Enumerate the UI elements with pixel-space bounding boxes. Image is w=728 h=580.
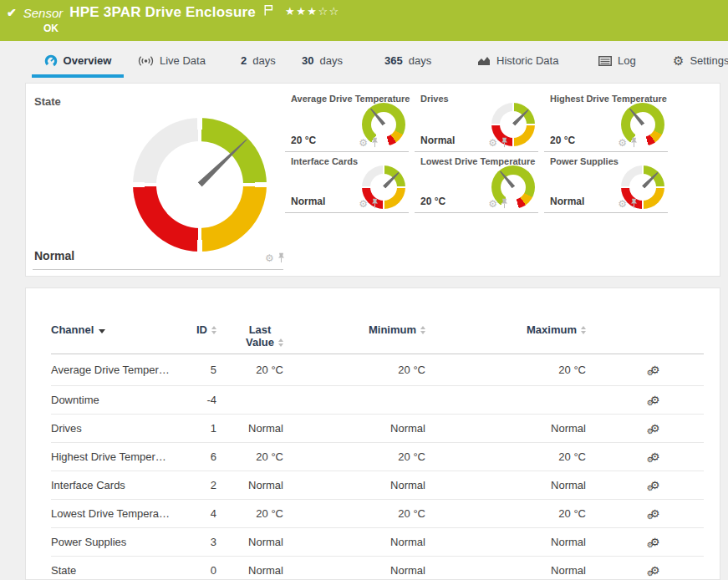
- channel-settings-icon[interactable]: ⚙⚙: [650, 480, 660, 491]
- sensor-title: HPE 3PAR Drive Enclosure: [69, 4, 256, 21]
- tab-overview[interactable]: Overview: [32, 41, 124, 80]
- channel-gauge-panel: Lowest Drive Temperature 20 °C ⚙: [415, 156, 538, 213]
- sensor-type-label: Sensor: [23, 6, 64, 20]
- cell-id: 2: [176, 479, 216, 491]
- log-list-icon: [598, 56, 612, 66]
- tab-live-data[interactable]: Live Data: [138, 41, 206, 80]
- priority-flag-icon[interactable]: [264, 4, 273, 16]
- channel-settings-icon[interactable]: ⚙⚙: [650, 508, 660, 519]
- gauge-pin-icon[interactable]: [630, 198, 638, 209]
- channel-settings-icon[interactable]: ⚙⚙: [650, 423, 660, 434]
- channel-gauge-title: Drives: [420, 94, 538, 104]
- gauge-settings-gear-icon[interactable]: ⚙: [359, 138, 368, 148]
- gauge-needle: [641, 171, 659, 189]
- cell-id: 1: [176, 422, 216, 435]
- gauge-settings-gear-icon[interactable]: ⚙: [265, 253, 274, 263]
- channel-settings-icon[interactable]: ⚙⚙: [650, 451, 660, 462]
- channel-settings-icon[interactable]: ⚙⚙: [650, 537, 660, 547]
- gauge-needle: [382, 171, 400, 189]
- gear-icon: ⚙: [673, 54, 684, 67]
- tab-historic-data[interactable]: Historic Data: [477, 41, 558, 80]
- channel-gauge-value: Normal: [550, 196, 584, 207]
- channel-gauge-panel: Drives Normal ⚙: [415, 94, 538, 152]
- channel-gauge-title: Average Drive Temperature: [291, 94, 409, 104]
- main-gauge-value: Normal: [34, 249, 74, 262]
- cell-minimum: Normal: [283, 536, 425, 548]
- cell-channel-name: Power Supplies: [51, 536, 176, 548]
- column-header-maximum[interactable]: Maximum: [425, 323, 586, 336]
- cell-maximum: Normal: [425, 564, 586, 577]
- channel-gauges-grid: Average Drive Temperature 20 °C ⚙ Drives…: [285, 94, 668, 213]
- tab-2-days[interactable]: 2 days: [241, 41, 276, 80]
- channel-gauge-title: Interface Cards: [291, 156, 409, 166]
- sort-desc-icon: [99, 329, 105, 333]
- gauge-settings-gear-icon[interactable]: ⚙: [488, 199, 497, 209]
- cell-minimum: Normal: [283, 479, 425, 491]
- tab-live-data-label: Live Data: [160, 54, 206, 67]
- channel-table-row: State 0 Normal Normal Normal ⚙⚙: [51, 557, 704, 580]
- cell-id: -4: [176, 394, 216, 406]
- gauge-settings-gear-icon[interactable]: ⚙: [359, 199, 368, 209]
- tab-30-days-number: 30: [302, 54, 313, 67]
- cell-maximum: Normal: [425, 536, 586, 548]
- cell-last-value: 20 °C: [216, 507, 283, 520]
- tab-30-days[interactable]: 30 days: [302, 41, 343, 80]
- cell-last-value: Normal: [216, 479, 283, 491]
- tab-365-days[interactable]: 365 days: [384, 41, 431, 80]
- status-check-icon: ✔: [7, 6, 17, 19]
- tab-log-label: Log: [618, 54, 636, 67]
- gauge-settings-gear-icon[interactable]: ⚙: [488, 138, 497, 148]
- gauge-pin-icon[interactable]: [277, 252, 285, 263]
- channel-gauge-panel: Power Supplies Normal ⚙: [544, 156, 668, 213]
- channel-gauge-title: Lowest Drive Temperature: [420, 156, 538, 166]
- channels-table-body: Average Drive Temper… 5 20 °C 20 °C 20 °…: [51, 354, 704, 580]
- column-header-id[interactable]: ID: [176, 323, 216, 336]
- area-chart-icon: [477, 55, 491, 66]
- channel-settings-icon[interactable]: ⚙⚙: [650, 565, 660, 576]
- cell-last-value: 20 °C: [216, 450, 283, 463]
- channel-settings-icon[interactable]: ⚙⚙: [650, 364, 660, 375]
- channel-table-row: Downtime -4 ⚙⚙: [51, 386, 704, 415]
- tab-log[interactable]: Log: [598, 41, 636, 80]
- gauge-pin-icon[interactable]: [501, 137, 508, 148]
- sensor-tab-bar: Overview Live Data 2 days 30 days 365 da…: [0, 41, 728, 80]
- channel-table-row: Lowest Drive Tempera… 4 20 °C 20 °C 20 °…: [51, 500, 704, 528]
- gauge-needle: [369, 107, 385, 125]
- main-gauge-title: State: [34, 95, 61, 108]
- channel-table-row: Interface Cards 2 Normal Normal Normal ⚙…: [51, 471, 704, 500]
- gauge-settings-gear-icon[interactable]: ⚙: [618, 138, 627, 148]
- tab-historic-data-label: Historic Data: [496, 54, 558, 67]
- column-header-minimum[interactable]: Minimum: [283, 323, 425, 336]
- sort-icon: [581, 326, 586, 334]
- channel-gauge-value: Normal: [291, 196, 325, 207]
- gauge-needle: [197, 137, 249, 187]
- gauge-pin-icon[interactable]: [371, 198, 379, 209]
- tab-2-days-unit: days: [252, 54, 275, 67]
- gauge-needle: [512, 109, 529, 126]
- channel-settings-icon[interactable]: ⚙⚙: [650, 394, 660, 405]
- gauge-pin-icon[interactable]: [630, 137, 638, 148]
- gauge-tab-icon: [44, 54, 58, 68]
- gauge-pin-icon[interactable]: [501, 198, 508, 209]
- column-header-channel[interactable]: Channel: [51, 323, 176, 336]
- main-gauge-dial: [133, 118, 267, 252]
- channel-gauge-value: 20 °C: [291, 135, 316, 146]
- channel-table-row: Average Drive Temper… 5 20 °C 20 °C 20 °…: [51, 354, 704, 386]
- overview-gauges-card: State Normal ⚙ Average Drive Temperature…: [25, 83, 720, 277]
- sort-icon: [278, 338, 283, 347]
- channels-table-card: Channel ID Last Value Minimum Maximum Av…: [25, 287, 720, 580]
- gauge-settings-gear-icon[interactable]: ⚙: [618, 199, 627, 209]
- gauge-needle: [498, 170, 515, 188]
- cell-last-value: Normal: [216, 564, 283, 577]
- cell-maximum: 20 °C: [425, 507, 586, 520]
- gauge-pin-icon[interactable]: [371, 137, 379, 148]
- cell-channel-name: Downtime: [51, 394, 176, 406]
- tab-365-days-unit: days: [409, 54, 431, 67]
- cell-channel-name: Average Drive Temper…: [51, 364, 176, 376]
- channel-gauge-value: 20 °C: [550, 135, 575, 146]
- column-header-last-value[interactable]: Last Value: [216, 323, 283, 349]
- cell-id: 3: [176, 536, 216, 548]
- favorite-rating-stars[interactable]: ★★★☆☆: [285, 5, 340, 18]
- tab-settings[interactable]: ⚙ Settings: [673, 41, 728, 80]
- cell-id: 4: [176, 507, 216, 520]
